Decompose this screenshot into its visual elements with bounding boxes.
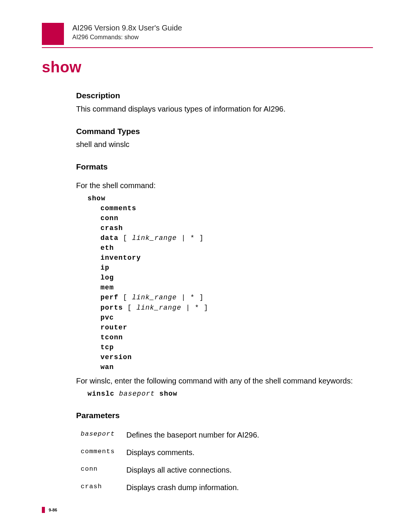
code-bracket-open: [ [118,294,132,301]
code-winslc-c: show [155,390,177,398]
code-item-log: log [100,273,373,283]
page-header: AI296 Version 9.8x User's Guide AI296 Co… [42,23,373,45]
code-bracket-open: [ [118,234,132,242]
guide-title: AI296 Version 9.8x User's Guide [72,24,182,32]
param-row: crash Displays crash dump information. [81,482,373,493]
param-row: baseport Defines the baseport number for… [81,429,373,441]
code-data-arg: link_range [132,234,177,242]
code-data-kw: data [100,234,118,242]
code-ports-arg: link_range [136,304,181,312]
param-desc-crash: Displays crash dump information. [126,482,239,493]
code-item-ports: ports [ link_range | * ] [100,303,373,313]
brand-square-icon [42,23,64,45]
param-name-conn: conn [81,464,126,476]
param-row: conn Displays all active connections. [81,464,373,476]
code-item-version: version [100,352,373,362]
code-show-root: show [88,193,373,203]
code-item-inventory: inventory [100,253,373,263]
text-command-types: shell and winslc [76,139,373,150]
param-name-comments: comments [81,447,126,458]
code-block-winslc: winslc baseport show [88,389,373,399]
param-desc-baseport: Defines the baseport number for AI296. [126,429,259,441]
code-item-pvc: pvc [100,313,373,323]
code-item-comments: comments [100,203,373,213]
heading-command-types: Command Types [76,125,373,137]
footer-brand-bar-icon [42,507,45,513]
code-bracket-tail: | * ] [177,294,204,301]
heading-parameters: Parameters [76,409,373,422]
code-item-router: router [100,323,373,332]
code-bracket-tail: | * ] [177,234,204,242]
code-item-conn: conn [100,213,373,223]
text-winslc-intro: For winslc, enter the following command … [76,375,373,387]
code-item-tcp: tcp [100,342,373,352]
content-body: Description This command displays variou… [42,89,373,493]
param-row: comments Displays comments. [81,447,373,458]
page-number: 9-86 [49,508,57,512]
parameters-table: baseport Defines the baseport number for… [81,429,373,493]
param-name-baseport: baseport [81,429,126,441]
header-text-block: AI296 Version 9.8x User's Guide AI296 Co… [72,23,182,41]
text-description: This command displays various types of i… [76,103,373,115]
code-item-mem: mem [100,283,373,292]
page-footer: 9-86 [42,507,57,513]
code-block-shell: show comments conn crash data [ link_ran… [88,193,373,372]
code-perf-arg: link_range [132,294,177,301]
text-formats-intro: For the shell command: [76,180,373,191]
code-item-perf: perf [ link_range | * ] [100,292,373,302]
code-winslc-b: baseport [119,390,155,398]
param-desc-comments: Displays comments. [126,447,194,458]
breadcrumb: AI296 Commands: show [72,34,182,41]
param-desc-conn: Displays all active connections. [126,464,232,476]
code-item-crash: crash [100,223,373,233]
code-item-eth: eth [100,243,373,253]
heading-formats: Formats [76,161,373,173]
param-name-crash: crash [81,482,126,493]
code-item-tconn: tconn [100,332,373,342]
code-winslc-a: winslc [88,390,119,398]
page-title: show [42,59,373,76]
code-item-wan: wan [100,362,373,372]
code-bracket-open: [ [123,304,136,312]
document-page: AI296 Version 9.8x User's Guide AI296 Co… [0,0,411,514]
code-item-data: data [ link_range | * ] [100,233,373,243]
code-perf-kw: perf [100,294,118,301]
code-ports-kw: ports [100,304,123,312]
heading-description: Description [76,89,373,102]
code-item-ip: ip [100,263,373,273]
code-bracket-tail: | * ] [181,304,208,312]
header-divider [42,47,373,48]
